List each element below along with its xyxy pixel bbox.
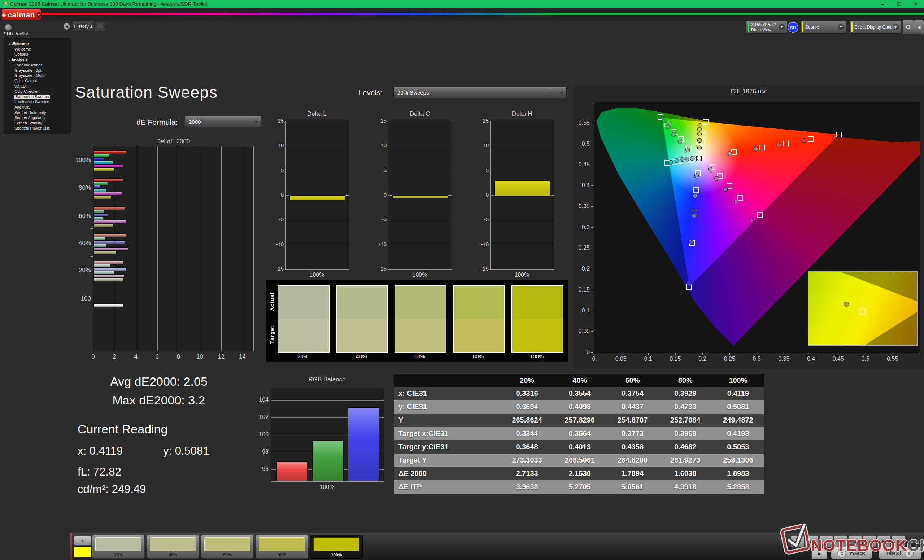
- table-header-row: 20%40%60%80%100%: [394, 374, 765, 387]
- patch-card-80[interactable]: 80%: [255, 535, 308, 559]
- window-titlebar: Calman 2025 Calman Ultimate for Business…: [0, 0, 924, 8]
- de-bar-40-cyan: [93, 244, 106, 247]
- row-label: Target y:CIE31: [394, 440, 501, 454]
- cie-1976-panel: CIE 1976 u'v' 00.050.10.150.20.250.30.35…: [573, 85, 924, 370]
- back-button[interactable]: « Back: [831, 547, 872, 559]
- toolbar-button-3[interactable]: ▲: [834, 536, 848, 547]
- table-cell: 1.8983: [712, 467, 765, 480]
- axis-tick: [591, 248, 593, 248]
- table-cell: 0.3929: [659, 387, 712, 400]
- expand-up-button[interactable]: ▲: [74, 536, 92, 545]
- avg-de2000-stat: Avg dE2000: 2.05: [83, 374, 235, 389]
- calman-menu-button[interactable]: ◈ calman ▼: [2, 9, 41, 20]
- toolbar-button-5[interactable]: ●: [862, 536, 876, 547]
- sidebar-item-screen-angularity[interactable]: Screen Angularity: [3, 116, 71, 120]
- comparator-swatch-20: [278, 285, 330, 352]
- minimize-button[interactable]: –: [874, 0, 891, 8]
- tab-history-1[interactable]: History 1: [73, 21, 94, 31]
- sidebar-dot-button[interactable]: [5, 24, 12, 31]
- patch-card-60[interactable]: 60%: [201, 535, 254, 559]
- reading-y-value: y: 0.5081: [163, 445, 209, 458]
- y-tick-label: -15: [374, 265, 387, 272]
- toolbar-button-0[interactable]: ●: [790, 536, 804, 547]
- gridline: [285, 146, 349, 146]
- bottom-toolbar: ▲ 20%40%60%80%100% ●▶■▲◆●▶■ ■ « Back Nex…: [70, 533, 924, 560]
- add-tab-button[interactable]: +: [94, 22, 105, 31]
- levels-label: Levels:: [358, 88, 382, 97]
- sidebar-item-welcome[interactable]: Welcome: [3, 47, 71, 51]
- de-bar-40-magenta: [93, 247, 129, 251]
- sidebar-item-colorchecker[interactable]: ColorChecker: [3, 90, 71, 93]
- de-bar-100-yellow: [93, 168, 114, 171]
- x-category-label: 100%: [388, 272, 452, 278]
- sidebar-item-screen-uniformity[interactable]: Screen Uniformity: [3, 111, 71, 115]
- table-cell: 5.2858: [712, 480, 765, 494]
- sidebar-item-luminance-sweeps[interactable]: Luminance Sweeps: [3, 100, 71, 104]
- axis-tick: [591, 311, 593, 311]
- measured-point-yellow: [697, 145, 702, 150]
- toolbar-button-4[interactable]: ◆: [848, 536, 862, 547]
- column-header-40: 40%: [554, 374, 606, 387]
- sidebar-item-grayscale-multi[interactable]: Grayscale - Multi: [3, 73, 71, 78]
- axis-tick: [892, 352, 893, 355]
- panel-collapse-button[interactable]: ◀: [914, 20, 924, 34]
- group-label: 80%: [74, 184, 91, 192]
- x-tick-label: 0.55: [884, 356, 902, 362]
- sidebar-collapse-icon[interactable]: ◀: [63, 23, 70, 30]
- source-dropdown[interactable]: Source ▼: [800, 21, 846, 34]
- close-button[interactable]: ✕: [908, 0, 924, 8]
- tree-expander-icon[interactable]: ◢: [8, 43, 10, 45]
- toolbar-button-1[interactable]: ▶: [805, 536, 819, 547]
- y-tick-label: 0: [272, 192, 284, 198]
- table-corner-cell: [394, 374, 501, 387]
- comparator-swatch-60: [394, 285, 447, 352]
- workflow-tree: ◢WelcomeWelcomeOptions◢AnalysisDynamic R…: [3, 37, 72, 134]
- stop-button[interactable]: ■: [812, 548, 827, 559]
- axis-tick: [866, 352, 866, 355]
- sidebar-item-saturation-sweeps[interactable]: Saturation Sweeps: [3, 95, 71, 99]
- levels-dropdown[interactable]: 20% Sweeps ▼: [393, 87, 567, 98]
- restore-button[interactable]: ❐: [891, 0, 908, 8]
- axis-tick: [729, 352, 730, 355]
- sidebar-item-grayscale-2pt[interactable]: Grayscale - 2pt: [3, 69, 71, 72]
- de-formula-dropdown[interactable]: 2000 ▼: [185, 116, 261, 127]
- patch-card-40[interactable]: 40%: [147, 535, 199, 559]
- x-tick-label: 0: [88, 353, 99, 361]
- rgb-x-axis-label: 100%: [271, 484, 383, 490]
- y-tick-label: 0.45: [574, 161, 590, 168]
- tree-group-analysis[interactable]: ◢Analysis: [3, 58, 71, 62]
- patch-card-20[interactable]: 20%: [92, 535, 145, 559]
- patch-card-100[interactable]: 100%: [310, 535, 363, 559]
- cie-plot-area: [594, 102, 920, 353]
- table-row-y: Y265.8624257.8296254.8707252.7084249.487…: [394, 413, 765, 427]
- table-cell: 0.3648: [501, 440, 554, 454]
- levels-value: 20% Sweeps: [398, 90, 429, 96]
- tree-group-welcome[interactable]: ◢Welcome: [3, 42, 71, 46]
- chart-title: Delta L: [285, 111, 349, 118]
- display-control-dropdown[interactable]: Direct Display Control ▼: [849, 21, 901, 34]
- sidebar-item-spectral-power-dist[interactable]: Spectral Power Dist.: [3, 126, 71, 130]
- comparator-column-label: 80%: [452, 353, 504, 359]
- sidebar-item-options[interactable]: Options: [3, 52, 71, 56]
- sidebar-item-additivity[interactable]: Additivity: [3, 105, 71, 109]
- measured-point-blue: [693, 193, 698, 198]
- axis-tick: [757, 352, 757, 355]
- toolbar-button-2[interactable]: ■: [819, 536, 833, 547]
- sidebar-item-color-gamut[interactable]: Color Gamut: [3, 79, 71, 83]
- y-tick-label: 0.5: [574, 141, 590, 147]
- meter-dropdown[interactable]: X-Rite i1Pro 2 Direct View ▼: [746, 21, 787, 34]
- patch-card-label: 20%: [92, 553, 144, 557]
- toolbar-button-6[interactable]: ▶: [877, 536, 891, 547]
- axis-tick: [591, 331, 593, 332]
- tree-expander-icon[interactable]: ◢: [8, 59, 10, 61]
- x-category-label: 100%: [285, 272, 349, 278]
- next-button[interactable]: Next »: [879, 547, 921, 559]
- sidebar-item-screen-stability[interactable]: Screen Stability: [3, 121, 71, 125]
- y-tick-label: -10: [272, 241, 284, 247]
- gridline: [285, 171, 349, 171]
- sidebar-item-3d-lut[interactable]: 3D LUT: [3, 84, 71, 88]
- settings-gear-button[interactable]: ⚙: [902, 20, 914, 34]
- toolbar-button-7[interactable]: ■: [891, 536, 905, 547]
- sidebar-item-dynamic-range[interactable]: Dynamic Range: [3, 63, 71, 67]
- table-cell: 0.4437: [606, 400, 659, 413]
